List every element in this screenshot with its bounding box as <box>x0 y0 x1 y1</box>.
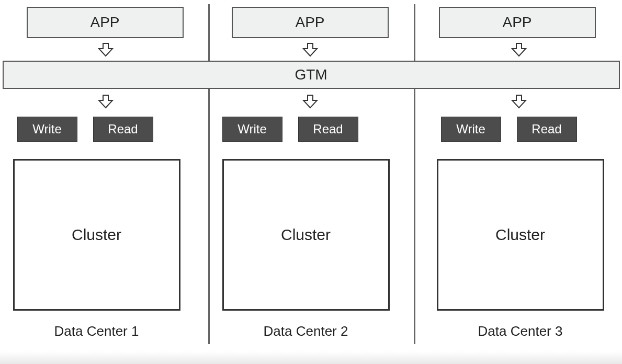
cluster-box-dc2: Cluster <box>222 159 390 311</box>
datacenter-label-1: Data Center 1 <box>13 323 180 339</box>
write-label: Write <box>32 122 62 136</box>
write-label: Write <box>238 122 267 136</box>
write-read-pair-dc1: Write Read <box>17 117 153 142</box>
read-label: Read <box>531 122 561 136</box>
app-box-dc1: APP <box>27 7 184 38</box>
write-box: Write <box>441 117 501 142</box>
datacenter-label-2: Data Center 2 <box>222 323 390 339</box>
app-box-dc2: APP <box>232 7 389 38</box>
read-box: Read <box>298 117 358 142</box>
gtm-label: GTM <box>295 66 327 83</box>
arrow-down-icon <box>98 94 114 109</box>
read-label: Read <box>313 122 343 136</box>
cluster-label: Cluster <box>281 226 331 244</box>
app-box-dc3: APP <box>439 7 596 38</box>
read-label: Read <box>108 122 138 136</box>
read-box: Read <box>517 117 577 142</box>
cluster-label: Cluster <box>72 226 121 244</box>
bottom-fade <box>0 351 622 364</box>
cluster-box-dc3: Cluster <box>437 159 604 311</box>
arrow-down-icon <box>302 94 318 109</box>
cluster-box-dc1: Cluster <box>13 159 180 311</box>
write-read-pair-dc2: Write Read <box>222 117 358 142</box>
write-box: Write <box>17 117 77 142</box>
datacenter-label-3: Data Center 3 <box>437 323 604 339</box>
column-divider-1 <box>208 4 210 344</box>
column-divider-2 <box>414 4 415 344</box>
write-read-pair-dc3: Write Read <box>441 117 577 142</box>
arrow-down-icon <box>511 42 527 57</box>
architecture-diagram: APP APP APP GTM Write Read Write Read Wr… <box>3 4 620 360</box>
arrow-down-icon <box>98 42 114 57</box>
gtm-box: GTM <box>3 61 620 89</box>
app-label: APP <box>502 14 531 31</box>
app-label: APP <box>90 14 119 31</box>
write-box: Write <box>222 117 282 142</box>
read-box: Read <box>93 117 153 142</box>
arrow-down-icon <box>302 42 318 57</box>
cluster-label: Cluster <box>495 226 545 244</box>
arrow-down-icon <box>511 94 527 109</box>
write-label: Write <box>456 122 485 136</box>
app-label: APP <box>295 14 324 31</box>
